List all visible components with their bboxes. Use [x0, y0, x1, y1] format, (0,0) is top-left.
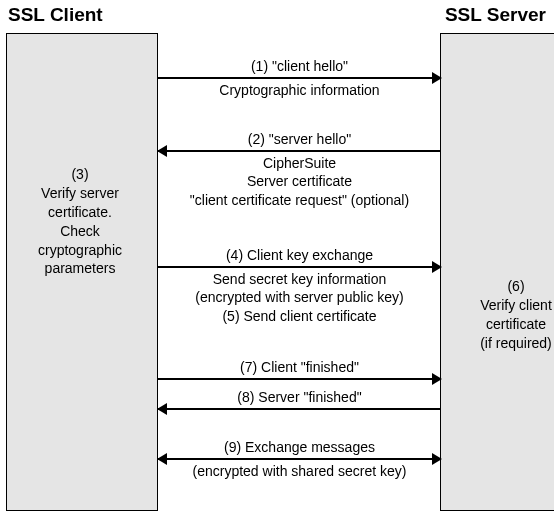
- client-title: SSL Client: [8, 4, 103, 26]
- note-3: (3) Verify server certificate. Check cry…: [20, 165, 140, 278]
- msg7-label: (7) Client "finished": [158, 358, 441, 376]
- msg-1: (1) "client hello" Cryptographic informa…: [158, 57, 441, 99]
- msg1-note: Cryptographic information: [158, 81, 441, 99]
- msg-9: (9) Exchange messages (encrypted with sh…: [158, 438, 441, 480]
- ssl-handshake-diagram: SSL Client SSL Server (1) "client hello"…: [0, 0, 554, 521]
- server-title: SSL Server: [445, 4, 546, 26]
- arrow-right-icon: [158, 77, 441, 79]
- server-lifeline: [440, 33, 554, 511]
- arrow-left-icon: [158, 408, 441, 410]
- arrow-left-icon: [158, 150, 441, 152]
- note-6: (6) Verify client certificate (if requir…: [456, 277, 554, 353]
- msg2-note: CipherSuite Server certificate "client c…: [158, 154, 441, 209]
- arrow-right-icon: [158, 378, 441, 380]
- msg-7: (7) Client "finished": [158, 358, 441, 382]
- msg4-label: (4) Client key exchange: [158, 246, 441, 264]
- msg9-note: (encrypted with shared secret key): [158, 462, 441, 480]
- msg8-label: (8) Server "finished": [158, 388, 441, 406]
- arrow-right-icon: [158, 266, 441, 268]
- arrow-both-icon: [158, 458, 441, 460]
- msg-8: (8) Server "finished": [158, 388, 441, 412]
- msg2-label: (2) "server hello": [158, 130, 441, 148]
- msg-2: (2) "server hello" CipherSuite Server ce…: [158, 130, 441, 209]
- msg1-label: (1) "client hello": [158, 57, 441, 75]
- msg4-note: Send secret key information (encrypted w…: [158, 270, 441, 325]
- msg9-label: (9) Exchange messages: [158, 438, 441, 456]
- msg-4: (4) Client key exchange Send secret key …: [158, 246, 441, 325]
